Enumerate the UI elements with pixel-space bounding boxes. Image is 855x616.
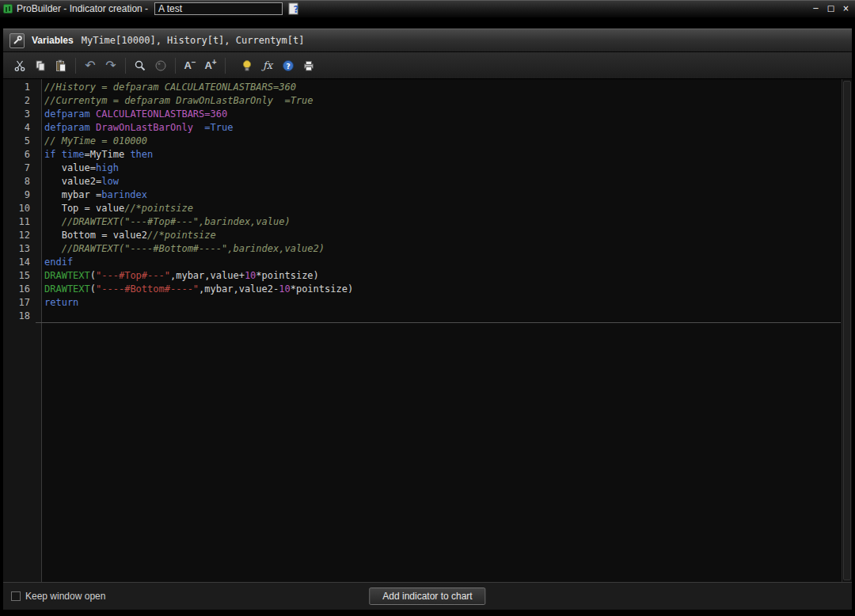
editor-toolbar: ↶ ↷ A− A+ bbox=[3, 52, 852, 79]
wrench-icon[interactable] bbox=[10, 33, 25, 48]
code-text: //DRAWTEXT("----#Bottom#----",barindex,v… bbox=[36, 242, 325, 256]
toolbar-separator bbox=[125, 58, 126, 74]
toolbar-separator bbox=[75, 58, 76, 74]
help-icon[interactable]: ? bbox=[278, 56, 298, 75]
toolbar-separator bbox=[175, 58, 176, 74]
code-text: //Currentym = defparam DrawOnLastBarOnly… bbox=[36, 94, 314, 108]
keep-open-checkbox[interactable] bbox=[11, 591, 21, 601]
code-text: if time=MyTime then bbox=[36, 148, 153, 162]
line-number: 8 bbox=[3, 175, 36, 188]
code-line[interactable]: 13 //DRAWTEXT("----#Bottom#----",barinde… bbox=[3, 242, 852, 256]
line-number: 5 bbox=[3, 135, 36, 148]
line-number: 2 bbox=[3, 94, 36, 108]
probuilder-window: ProBuilder - Indicator creation - ? − □ … bbox=[0, 0, 855, 616]
code-text bbox=[36, 310, 841, 323]
app-icon bbox=[3, 4, 13, 13]
indicator-name-input[interactable] bbox=[154, 2, 283, 15]
line-number: 3 bbox=[3, 108, 36, 121]
code-line[interactable]: 11 //DRAWTEXT("---#Top#---",barindex,val… bbox=[3, 215, 852, 229]
code-text: mybar =barindex bbox=[36, 188, 147, 202]
variables-bar: Variables MyTime[10000], History[t], Cur… bbox=[3, 29, 852, 52]
redo-icon[interactable]: ↷ bbox=[101, 56, 121, 75]
undo-icon[interactable]: ↶ bbox=[80, 56, 101, 75]
line-number: 10 bbox=[3, 202, 36, 215]
code-text: DRAWTEXT("---#Top#---",mybar,value+10*po… bbox=[36, 269, 319, 283]
code-text: DRAWTEXT("----#Bottom#----",mybar,value2… bbox=[36, 283, 353, 296]
close-button[interactable]: × bbox=[840, 2, 852, 14]
code-line[interactable]: 8 value2=low bbox=[3, 175, 852, 188]
svg-text:?: ? bbox=[286, 62, 290, 70]
code-line[interactable]: 3defparam CALCULATEONLASTBARS=360 bbox=[3, 108, 852, 121]
keep-open-label: Keep window open bbox=[25, 591, 105, 602]
code-text: endif bbox=[36, 256, 73, 269]
line-number: 17 bbox=[3, 296, 36, 310]
footer-bar: Keep window open Add indicator to chart bbox=[3, 582, 852, 610]
font-increase-icon[interactable]: A+ bbox=[200, 56, 221, 75]
titlebar-gap bbox=[0, 17, 855, 29]
code-lines[interactable]: 1//History = defparam CALCULATEONLASTBAR… bbox=[3, 79, 852, 323]
cut-icon[interactable] bbox=[10, 56, 30, 75]
window-content: Variables MyTime[10000], History[t], Cur… bbox=[3, 29, 852, 610]
search-icon[interactable] bbox=[130, 56, 150, 75]
paste-icon[interactable] bbox=[51, 56, 71, 75]
code-line[interactable]: 2//Currentym = defparam DrawOnLastBarOnl… bbox=[3, 94, 852, 108]
scrollbar-thumb[interactable] bbox=[843, 81, 851, 580]
toolbar-separator bbox=[225, 58, 226, 74]
line-number: 13 bbox=[3, 242, 36, 256]
line-number: 15 bbox=[3, 269, 36, 283]
add-indicator-button[interactable]: Add indicator to chart bbox=[369, 587, 485, 605]
function-icon[interactable]: ƒx bbox=[257, 56, 278, 75]
code-line[interactable]: 1//History = defparam CALCULATEONLASTBAR… bbox=[3, 81, 852, 94]
lightbulb-icon[interactable] bbox=[237, 56, 257, 75]
font-decrease-icon[interactable]: A− bbox=[180, 56, 200, 75]
code-line[interactable]: 14endif bbox=[3, 256, 852, 269]
line-number: 4 bbox=[3, 121, 36, 135]
code-text: return bbox=[36, 296, 78, 310]
line-number: 9 bbox=[3, 188, 36, 202]
code-line[interactable]: 4defparam DrawOnLastBarOnly =True bbox=[3, 121, 852, 135]
code-line[interactable]: 16DRAWTEXT("----#Bottom#----",mybar,valu… bbox=[3, 283, 852, 296]
code-text: Bottom = value2//*pointsize bbox=[36, 229, 216, 242]
code-editor[interactable]: 1//History = defparam CALCULATEONLASTBAR… bbox=[3, 79, 852, 582]
comment-icon[interactable] bbox=[150, 56, 171, 75]
variables-label: Variables bbox=[32, 35, 74, 46]
titlebar: ProBuilder - Indicator creation - ? − □ … bbox=[0, 0, 855, 17]
line-number: 18 bbox=[3, 310, 36, 323]
code-line[interactable]: 17return bbox=[3, 296, 852, 310]
code-line[interactable]: 9 mybar =barindex bbox=[3, 188, 852, 202]
syntax-check-icon[interactable]: ? bbox=[287, 2, 302, 16]
print-icon[interactable] bbox=[298, 56, 319, 75]
code-text: value=high bbox=[36, 162, 119, 175]
minimize-button[interactable]: − bbox=[810, 2, 822, 14]
code-line[interactable]: 18 bbox=[3, 310, 852, 323]
code-text: defparam DrawOnLastBarOnly =True bbox=[36, 121, 233, 135]
code-text: Top = value//*pointsize bbox=[36, 202, 193, 215]
line-number: 11 bbox=[3, 215, 36, 229]
variables-list: MyTime[10000], History[t], Currentym[t] bbox=[82, 35, 305, 46]
maximize-button[interactable]: □ bbox=[825, 2, 837, 14]
code-line[interactable]: 10 Top = value//*pointsize bbox=[3, 202, 852, 215]
code-text: // MyTime = 010000 bbox=[36, 135, 147, 148]
window-controls: − □ × bbox=[810, 2, 852, 14]
line-number: 7 bbox=[3, 162, 36, 175]
line-number: 12 bbox=[3, 229, 36, 242]
code-text: value2=low bbox=[36, 175, 119, 188]
window-title: ProBuilder - Indicator creation - bbox=[17, 3, 148, 14]
copy-icon[interactable] bbox=[30, 56, 51, 75]
code-line[interactable]: 15DRAWTEXT("---#Top#---",mybar,value+10*… bbox=[3, 269, 852, 283]
code-line[interactable]: 12 Bottom = value2//*pointsize bbox=[3, 229, 852, 242]
line-number: 1 bbox=[3, 81, 36, 94]
svg-text:?: ? bbox=[294, 4, 299, 15]
code-text: defparam CALCULATEONLASTBARS=360 bbox=[36, 108, 227, 121]
code-line[interactable]: 5// MyTime = 010000 bbox=[3, 135, 852, 148]
line-number: 16 bbox=[3, 283, 36, 296]
code-text: //History = defparam CALCULATEONLASTBARS… bbox=[36, 81, 296, 94]
line-number: 14 bbox=[3, 256, 36, 269]
code-line[interactable]: 6if time=MyTime then bbox=[3, 148, 852, 162]
code-line[interactable]: 7 value=high bbox=[3, 162, 852, 175]
vertical-scrollbar[interactable] bbox=[842, 79, 852, 582]
code-text: //DRAWTEXT("---#Top#---",barindex,value) bbox=[36, 215, 291, 229]
line-number: 6 bbox=[3, 148, 36, 162]
bottom-strip bbox=[0, 610, 855, 616]
